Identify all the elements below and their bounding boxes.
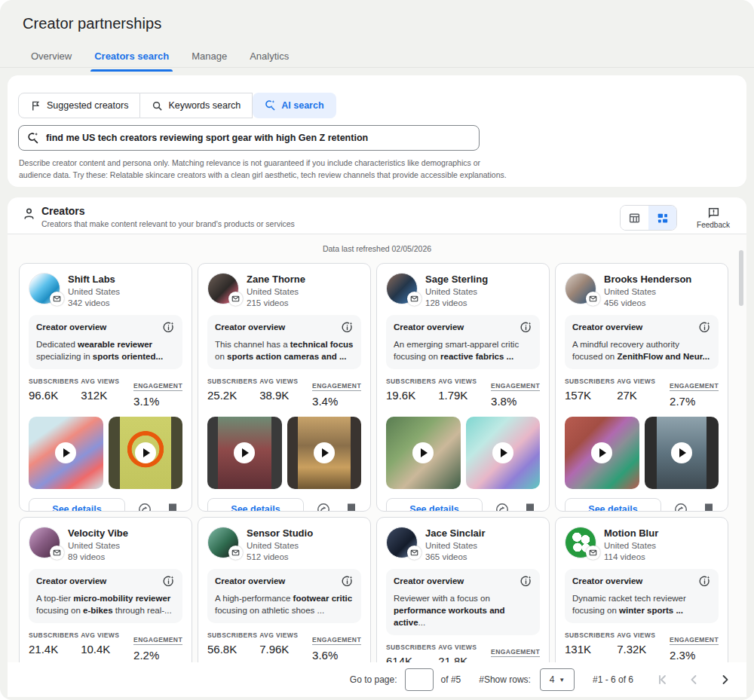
creators-header-controls: Feedback <box>620 205 734 231</box>
share-icon[interactable] <box>495 502 510 512</box>
grid-view-button[interactable] <box>648 206 676 230</box>
ai-info-icon[interactable] <box>520 575 532 588</box>
avg-views-label: AVG VIEWS <box>81 631 133 639</box>
share-icon[interactable] <box>316 502 331 512</box>
stat-avg-views: AVG VIEWS 27K <box>617 378 670 408</box>
creator-name[interactable]: Velocity Vibe <box>68 527 128 539</box>
bookmark-icon[interactable] <box>703 503 715 512</box>
stat-subscribers: SUBSCRIBERS 21.4K <box>29 631 81 662</box>
play-icon[interactable] <box>492 442 513 463</box>
avatar[interactable] <box>207 273 239 304</box>
ai-info-icon[interactable] <box>698 321 711 334</box>
video-thumbnail-2[interactable] <box>466 417 541 489</box>
table-view-icon <box>628 212 641 225</box>
first-page-icon[interactable] <box>654 672 670 687</box>
avatar[interactable] <box>565 527 596 558</box>
creator-card-header: Shift Labs United States 342 videos <box>29 273 182 307</box>
overview-title: Creator overview <box>36 575 106 585</box>
play-icon[interactable] <box>135 442 156 463</box>
creator-identity: Jace Sinclair United States 365 videos <box>425 527 486 561</box>
bookmark-icon[interactable] <box>345 503 357 512</box>
video-thumbnail-1[interactable] <box>565 417 639 489</box>
mail-badge <box>228 292 243 306</box>
chip-label: Keywords search <box>168 100 241 111</box>
see-details-button[interactable]: See details <box>386 498 483 512</box>
rows-per-page-select[interactable]: 4 ▼ <box>540 668 575 691</box>
chip-suggested-creators[interactable]: Suggested creators <box>18 93 140 118</box>
goto-page-input[interactable] <box>405 668 434 691</box>
creator-stats: SUBSCRIBERS 157K AVG VIEWS 27K ENGAGEMEN… <box>565 378 719 408</box>
creator-name[interactable]: Sensor Studio <box>247 527 313 539</box>
ai-info-icon[interactable] <box>341 575 354 588</box>
creator-name[interactable]: Shift Labs <box>68 274 120 285</box>
avatar[interactable] <box>386 527 418 558</box>
video-thumbnail-2[interactable] <box>109 417 183 489</box>
chip-ai-search[interactable]: AI search <box>253 93 336 118</box>
subscribers-label: SUBSCRIBERS <box>29 378 81 385</box>
feedback-button[interactable]: Feedback <box>697 206 730 229</box>
scrollbar-thumb[interactable] <box>739 250 743 306</box>
avatar[interactable] <box>29 527 60 558</box>
creator-identity: Motion Blur United States 114 videos <box>604 527 658 561</box>
subscribers-label: SUBSCRIBERS <box>207 378 259 385</box>
flag-icon <box>30 100 41 112</box>
play-icon[interactable] <box>55 442 76 463</box>
creators-title: Creators <box>41 205 295 217</box>
avg-views-value: 38.9K <box>259 389 312 402</box>
video-thumbnail-1[interactable] <box>207 417 282 489</box>
engagement-label: ENGAGEMENT <box>312 382 361 391</box>
video-thumbnail-1[interactable] <box>386 417 461 489</box>
avatar[interactable] <box>565 273 596 304</box>
play-icon[interactable] <box>671 442 692 463</box>
stat-avg-views: AVG VIEWS 10.4K <box>81 631 133 662</box>
creator-card-footer: See details <box>207 498 361 512</box>
envelope-icon <box>53 549 61 557</box>
ai-search-input[interactable] <box>46 133 471 143</box>
overview-title: Creator overview <box>36 321 106 332</box>
creator-name[interactable]: Sage Sterling <box>425 274 488 285</box>
table-view-button[interactable] <box>621 206 648 230</box>
avatar[interactable] <box>207 527 239 558</box>
video-thumbnail-2[interactable] <box>645 417 719 489</box>
ai-info-icon[interactable] <box>162 575 175 588</box>
ai-info-icon[interactable] <box>341 321 354 334</box>
bookmark-icon[interactable] <box>524 503 536 512</box>
show-rows-label: #Show rows: <box>479 674 531 685</box>
prev-page-icon[interactable] <box>686 672 701 687</box>
pagination-bar: Go to page: of #5 #Show rows: 4 ▼ #1 - 6… <box>8 662 746 697</box>
creator-name[interactable]: Jace Sinclair <box>425 527 486 539</box>
bookmark-icon[interactable] <box>167 503 179 512</box>
ai-search-inputbox[interactable] <box>18 125 480 151</box>
play-icon[interactable] <box>591 442 612 463</box>
creator-card-header: Zane Thorne United States 215 videos <box>207 273 361 307</box>
creator-name[interactable]: Zane Thorne <box>247 274 305 285</box>
avatar[interactable] <box>29 273 60 304</box>
share-icon[interactable] <box>137 502 152 512</box>
ai-info-icon[interactable] <box>162 321 175 334</box>
video-thumbnails <box>29 417 182 489</box>
stat-engagement: ENGAGEMENT 3.6% <box>312 631 361 662</box>
see-details-button[interactable]: See details <box>207 498 304 512</box>
next-page-icon[interactable] <box>718 672 733 687</box>
creator-videos: 215 videos <box>247 298 305 307</box>
chip-keywords-search[interactable]: Keywords search <box>140 93 253 118</box>
play-icon[interactable] <box>412 442 434 463</box>
ai-info-icon[interactable] <box>520 321 532 334</box>
subscribers-label: SUBSCRIBERS <box>29 631 81 639</box>
avatar[interactable] <box>386 273 418 304</box>
creator-identity: Brooks Henderson United States 456 video… <box>604 273 691 307</box>
overview-text: A top-tier micro-mobility reviewer focus… <box>36 592 175 616</box>
creator-name[interactable]: Motion Blur <box>604 527 658 539</box>
play-icon[interactable] <box>314 442 335 463</box>
see-details-button[interactable]: See details <box>29 498 125 512</box>
subscribers-value: 21.4K <box>29 643 81 656</box>
video-thumbnail-2[interactable] <box>287 417 362 489</box>
ai-info-icon[interactable] <box>698 575 711 588</box>
play-icon[interactable] <box>234 442 255 463</box>
share-icon[interactable] <box>673 502 688 512</box>
creator-name[interactable]: Brooks Henderson <box>604 274 691 285</box>
creator-overview-box: Creator overview This channel has a tech… <box>207 315 361 369</box>
stat-engagement: ENGAGEMENT 2.2% <box>133 631 182 662</box>
video-thumbnail-1[interactable] <box>29 417 103 489</box>
see-details-button[interactable]: See details <box>565 498 661 512</box>
